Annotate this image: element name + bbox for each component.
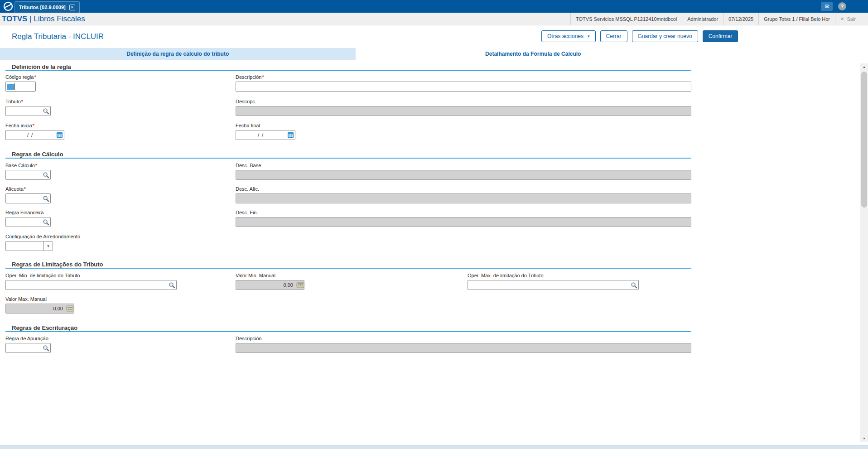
desc-alic-label: Desc. Alíc. [236, 186, 691, 192]
app-header: TOTVS | Libros Fiscales TOTVS Servicios … [0, 13, 868, 25]
label-text: Descripción [236, 74, 261, 80]
label-text: Desc. Base [236, 163, 261, 168]
scroll-up-icon[interactable]: ▲ [860, 63, 868, 71]
field-valor-max: Valor Max. Manual [5, 296, 74, 314]
field-descripc: Descripc. [236, 99, 691, 116]
oper-max-label: Oper. Max. de limitação do Tributo [468, 273, 639, 278]
oper-min-input[interactable] [5, 280, 177, 290]
magnifier-icon[interactable] [169, 282, 175, 289]
brand-module: Libros Fiscales [34, 14, 85, 23]
environment-info: TOTVS Servicios MSSQL P1212410mntdbcol [570, 13, 682, 25]
scrollbar-thumb[interactable] [861, 72, 867, 208]
valor-min-input [236, 280, 304, 290]
text-cursor [14, 83, 15, 90]
valor-max-label: Valor Max. Manual [5, 296, 74, 302]
section-title-limitacoes: Regras de Limitações do Tributo [12, 261, 103, 268]
date-info: 07/12/2025 [723, 13, 758, 25]
label-text: Valor Max. Manual [5, 296, 47, 302]
close-tab-icon[interactable]: ✕ [69, 5, 75, 10]
desc-alic-input [236, 193, 691, 203]
field-base-calculo: Base Cálculo* [5, 163, 51, 180]
magnifier-icon[interactable] [43, 172, 49, 179]
field-tributo: Tributo* [5, 99, 51, 116]
oper-max-input[interactable] [468, 280, 639, 290]
magnifier-icon[interactable] [631, 282, 637, 289]
calendar-icon[interactable] [287, 131, 294, 138]
vertical-scrollbar[interactable]: ▲ ▼ [860, 63, 868, 442]
fecha-final-label: Fecha final [236, 123, 295, 128]
window-tab-tributos[interactable]: Tributos [02.9.0009] ✕ [14, 1, 80, 13]
page-title: Regla Tributaria - INCLUIR [12, 32, 104, 41]
tab-detalhamento-formula[interactable]: Detalhamento da Fórmula de Cálculo [356, 48, 711, 60]
section-divider [5, 331, 691, 332]
field-fecha-inicia: Fecha inicia* [5, 123, 64, 140]
valor-min-label: Valor Min. Manual [236, 273, 304, 278]
close-button[interactable]: Cerrar [600, 30, 627, 42]
field-valor-min: Valor Min. Manual [236, 273, 304, 290]
label-text: Fecha final [236, 123, 260, 128]
alicuota-label: Alícuota* [5, 186, 51, 192]
toolbar-buttons: Otras acciones ▾ Cerrar Guardar y crear … [541, 30, 738, 42]
form-regla-tributaria: Definición de la regla Código regla* Des… [0, 60, 860, 445]
required-marker: * [35, 163, 37, 168]
tab-definicao-regra[interactable]: Definição da regra de cálculo do tributo [0, 48, 356, 60]
fecha-inicia-input[interactable] [5, 130, 64, 140]
calculator-icon [66, 305, 74, 312]
header-info: TOTVS Servicios MSSQL P1212410mntdbcol A… [570, 13, 861, 25]
codigo-regla-label: Código regla* [5, 74, 36, 80]
field-regra-apuracao: Regra de Apuração [5, 336, 51, 353]
descripc-input [236, 106, 691, 116]
save-and-new-button[interactable]: Guardar y crear nuevo [632, 30, 698, 42]
fecha-final-input[interactable] [236, 130, 295, 140]
field-descripcion: Descripción* [236, 74, 691, 92]
label-text: Alícuota [5, 186, 24, 192]
label-text: Descripc. [236, 99, 256, 104]
label-text: Base Cálculo [5, 163, 35, 168]
descripcion-escrituracao-input [236, 343, 691, 353]
label-text: Desc. Alíc. [236, 186, 259, 192]
desc-fin-label: Desc. Fin. [236, 210, 691, 215]
required-marker: * [21, 99, 23, 104]
descripcion-escrituracao-label: Descripción [236, 336, 691, 341]
confirm-button[interactable]: Confirmar [703, 30, 738, 42]
logout-label: Sair [847, 16, 856, 22]
desc-base-input [236, 170, 691, 180]
descripcion-input[interactable] [236, 82, 691, 92]
other-actions-button[interactable]: Otras acciones ▾ [541, 30, 596, 42]
tabstrip: Definição da regra de cálculo do tributo… [0, 48, 711, 60]
mail-icon[interactable]: ✉ [821, 2, 833, 11]
label-text: Valor Min. Manual [236, 273, 275, 278]
regra-financeira-label: Regra Financeira [5, 210, 51, 215]
magnifier-icon[interactable] [43, 219, 49, 226]
logout-button[interactable]: ✕ Sair [835, 13, 861, 25]
magnifier-icon[interactable] [43, 108, 49, 115]
scroll-down-icon[interactable]: ▼ [860, 435, 868, 442]
codigo-regla-input[interactable] [5, 82, 36, 92]
required-marker: * [33, 123, 34, 128]
label-text: Oper. Min. de limitação do Tributo [5, 273, 80, 278]
tributo-label: Tributo* [5, 99, 51, 104]
required-marker: * [34, 74, 36, 80]
totvs-logo-icon [3, 1, 13, 13]
horizontal-scrollbar[interactable] [0, 445, 868, 449]
magnifier-icon[interactable] [43, 345, 49, 352]
section-title-regras-calculo: Regras de Cálculo [12, 151, 63, 158]
other-actions-label: Otras acciones [547, 33, 583, 39]
chevron-down-icon[interactable]: ▾ [43, 241, 53, 251]
magnifier-icon[interactable] [43, 195, 49, 202]
field-desc-fin: Desc. Fin. [236, 210, 691, 227]
section-divider [5, 70, 691, 71]
descripc-label: Descripc. [236, 99, 691, 104]
titlebar-actions: ✉ ? [821, 2, 846, 11]
oper-min-label: Oper. Min. de limitação do Tributo [5, 273, 177, 278]
section-divider [5, 158, 691, 159]
field-config-arredondamento: Configuração de Arredondamento ▾ [5, 234, 53, 251]
label-text: Descripción [236, 336, 261, 341]
calendar-icon[interactable] [56, 131, 63, 138]
help-icon[interactable]: ? [838, 2, 846, 10]
label-text: Desc. Fin. [236, 210, 258, 215]
label-text: Fecha inicia [5, 123, 32, 128]
label-text: Regra Financeira [5, 210, 43, 215]
section-divider [5, 268, 691, 269]
text-selection [7, 84, 14, 90]
